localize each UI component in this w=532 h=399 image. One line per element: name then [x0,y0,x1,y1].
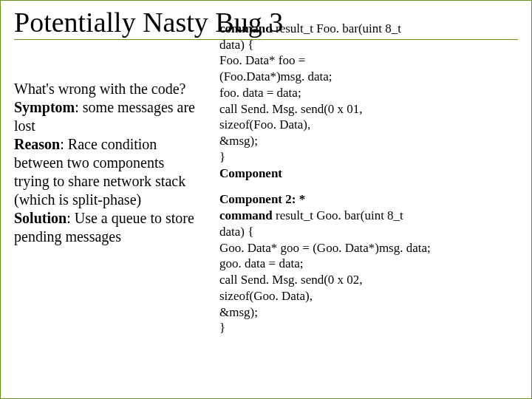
code-line: call Send. Msg. send(0 x 02, [219,272,518,288]
code-line: call Send. Msg. send(0 x 01, [219,101,518,117]
code-line: (Foo.Data*)msg. data; [219,69,518,85]
solution-label: Solution [14,210,66,226]
code-line: data) { [219,224,518,240]
code-keyword: command [219,208,273,222]
code-line: foo. data = data; [219,85,518,101]
code-text: result_t Goo. bar(uint 8_t [273,208,403,222]
code-keyword: command [219,21,273,35]
symptom-label: Symptom [14,99,75,115]
code-line: command result_t Foo. bar(uint 8_t [219,21,518,37]
code-line: sizeof(Goo. Data), [219,288,518,304]
right-column: command result_t Foo. bar(uint 8_t data)… [219,21,518,347]
slide: Potentially Nasty Bug 3 What's wrong wit… [0,0,532,399]
code-line: &msg); [219,133,518,149]
reason-label: Reason [14,136,60,152]
intro-text: What's wrong with the code? Symptom: som… [14,80,199,246]
intro-line: What's wrong with the code? [14,81,185,97]
code-line: sizeof(Foo. Data), [219,117,518,133]
code-line: Goo. Data* goo = (Goo. Data*)msg. data; [219,240,518,256]
columns: What's wrong with the code? Symptom: som… [14,44,518,347]
code-text: result_t Foo. bar(uint 8_t [273,21,401,35]
code-line: command result_t Goo. bar(uint 8_t [219,208,518,224]
code-line: Foo. Data* foo = [219,52,518,69]
code-line: Component [219,166,518,182]
code-line: Component 2: * [219,191,518,208]
code-line: &msg); [219,304,518,321]
code-line: goo. data = data; [219,256,518,272]
code-line: } [219,149,518,166]
code-line: data) { [219,37,518,53]
code-block-1: command result_t Foo. bar(uint 8_t data)… [219,21,518,182]
code-line: } [219,320,518,336]
left-column: What's wrong with the code? Symptom: som… [14,44,199,347]
code-block-2: Component 2: * command result_t Goo. bar… [219,191,518,336]
